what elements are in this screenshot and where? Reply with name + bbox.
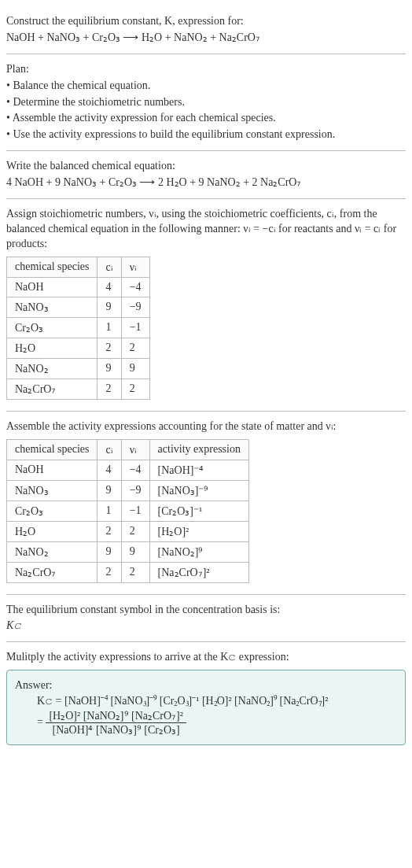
assign-section: Assign stoichiometric numbers, νᵢ, using…: [6, 199, 406, 412]
cell-vi: 2: [121, 338, 149, 358]
kc-symbol: K𝚌: [6, 619, 21, 631]
cell-vi: −9: [121, 297, 149, 317]
cell-species: NaNO₂: [7, 541, 97, 562]
answer-body: K𝚌 = [NaOH]⁻⁴ [NaNO₃]⁻⁹ [Cr₂O₃]⁻¹ [H₂O]²…: [37, 695, 397, 737]
cell-vi: 2: [121, 562, 149, 582]
fraction: [H₂O]² [NaNO₂]⁹ [Na₂CrO₇]² [NaOH]⁴ [NaNO…: [46, 709, 186, 737]
cell-ci: 2: [97, 562, 121, 582]
cell-ci: 2: [97, 338, 121, 358]
cell-vi: −1: [121, 317, 149, 338]
answer-line1: K𝚌 = [NaOH]⁻⁴ [NaNO₃]⁻⁹ [Cr₂O₃]⁻¹ [H₂O]²…: [37, 695, 397, 707]
cell-species: NaOH: [7, 277, 97, 297]
table-row: NaNO₂99: [7, 358, 150, 379]
cell-activity: [NaNO₃]⁻⁹: [149, 480, 248, 500]
plan-section: Plan: • Balance the chemical equation. •…: [6, 54, 406, 151]
plan-item: • Assemble the activity expression for e…: [6, 111, 406, 126]
assign-text: Assign stoichiometric numbers, νᵢ, using…: [6, 207, 406, 252]
cell-species: Na₂CrO₇: [7, 379, 97, 399]
cell-ci: 2: [97, 379, 121, 399]
cell-vi: −1: [121, 500, 149, 521]
cell-species: Cr₂O₃: [7, 500, 97, 521]
table-row: NaNO₃9−9[NaNO₃]⁻⁹: [7, 480, 249, 500]
col-species: chemical species: [7, 439, 97, 460]
cell-vi: −9: [121, 480, 149, 500]
intro-line: Construct the equilibrium constant, K, e…: [6, 14, 406, 29]
eq-prefix: =: [37, 716, 46, 728]
cell-ci: 9: [97, 541, 121, 562]
answer-label: Answer:: [15, 678, 397, 693]
cell-species: NaOH: [7, 460, 97, 480]
cell-ci: 9: [97, 358, 121, 379]
cell-species: NaNO₃: [7, 297, 97, 317]
cell-ci: 2: [97, 521, 121, 541]
cell-ci: 9: [97, 297, 121, 317]
cell-activity: [NaOH]⁻⁴: [149, 460, 248, 480]
activity-table: chemical species cᵢ νᵢ activity expressi…: [6, 439, 249, 583]
intro-equation: NaOH + NaNO₃ + Cr₂O₃ ⟶ H₂O + NaNO₂ + Na₂…: [6, 31, 406, 46]
col-ci: cᵢ: [97, 439, 121, 460]
cell-vi: −4: [121, 460, 149, 480]
col-species: chemical species: [7, 257, 97, 277]
col-ci: cᵢ: [97, 257, 121, 277]
col-vi: νᵢ: [121, 257, 149, 277]
table-row: H₂O22[H₂O]²: [7, 521, 249, 541]
cell-ci: 1: [97, 500, 121, 521]
balanced-section: Write the balanced chemical equation: 4 …: [6, 151, 406, 199]
table-row: Cr₂O₃1−1: [7, 317, 150, 338]
cell-species: H₂O: [7, 521, 97, 541]
table-header-row: chemical species cᵢ νᵢ: [7, 257, 150, 277]
plan-item: • Use the activity expressions to build …: [6, 127, 406, 142]
intro-section: Construct the equilibrium constant, K, e…: [6, 6, 406, 54]
activity-section: Assemble the activity expressions accoun…: [6, 412, 406, 595]
cell-ci: 1: [97, 317, 121, 338]
cell-species: Na₂CrO₇: [7, 562, 97, 582]
cell-species: NaNO₃: [7, 480, 97, 500]
cell-vi: 9: [121, 541, 149, 562]
cell-ci: 4: [97, 277, 121, 297]
cell-vi: −4: [121, 277, 149, 297]
cell-vi: 2: [121, 379, 149, 399]
answer-box: Answer: K𝚌 = [NaOH]⁻⁴ [NaNO₃]⁻⁹ [Cr₂O₃]⁻…: [6, 670, 406, 745]
table-row: Na₂CrO₇22[Na₂CrO₇]²: [7, 562, 249, 582]
table-row: H₂O22: [7, 338, 150, 358]
col-vi: νᵢ: [121, 439, 149, 460]
cell-ci: 4: [97, 460, 121, 480]
col-activity: activity expression: [149, 439, 248, 460]
plan-title: Plan:: [6, 62, 406, 77]
table-row: Cr₂O₃1−1[Cr₂O₃]⁻¹: [7, 500, 249, 521]
activity-title: Assemble the activity expressions accoun…: [6, 419, 406, 434]
cell-vi: 9: [121, 358, 149, 379]
table-row: NaNO₂99[NaNO₂]⁹: [7, 541, 249, 562]
cell-species: NaNO₂: [7, 358, 97, 379]
cell-ci: 9: [97, 480, 121, 500]
fraction-numerator: [H₂O]² [NaNO₂]⁹ [Na₂CrO₇]²: [46, 709, 186, 723]
multiply-title: Mulitply the activity expressions to arr…: [6, 650, 406, 665]
table-row: NaOH4−4[NaOH]⁻⁴: [7, 460, 249, 480]
plan-item: • Balance the chemical equation.: [6, 79, 406, 94]
table-row: Na₂CrO₇22: [7, 379, 150, 399]
cell-activity: [Cr₂O₃]⁻¹: [149, 500, 248, 521]
answer-line2: = [H₂O]² [NaNO₂]⁹ [Na₂CrO₇]² [NaOH]⁴ [Na…: [37, 709, 397, 737]
table-row: NaOH4−4: [7, 277, 150, 297]
symbol-line2: K𝚌: [6, 619, 406, 633]
cell-activity: [H₂O]²: [149, 521, 248, 541]
cell-vi: 2: [121, 521, 149, 541]
fraction-denominator: [NaOH]⁴ [NaNO₃]⁹ [Cr₂O₃]: [46, 723, 186, 737]
multiply-section: Mulitply the activity expressions to arr…: [6, 642, 406, 752]
symbol-section: The equilibrium constant symbol in the c…: [6, 595, 406, 643]
table-header-row: chemical species cᵢ νᵢ activity expressi…: [7, 439, 249, 460]
table-row: NaNO₃9−9: [7, 297, 150, 317]
cell-species: H₂O: [7, 338, 97, 358]
cell-activity: [Na₂CrO₇]²: [149, 562, 248, 582]
stoich-table: chemical species cᵢ νᵢ NaOH4−4 NaNO₃9−9 …: [6, 257, 150, 400]
symbol-line1: The equilibrium constant symbol in the c…: [6, 603, 406, 618]
plan-item: • Determine the stoichiometric numbers.: [6, 95, 406, 110]
cell-species: Cr₂O₃: [7, 317, 97, 338]
balanced-equation: 4 NaOH + 9 NaNO₃ + Cr₂O₃ ⟶ 2 H₂O + 9 NaN…: [6, 175, 406, 190]
cell-activity: [NaNO₂]⁹: [149, 541, 248, 562]
balanced-title: Write the balanced chemical equation:: [6, 159, 406, 174]
